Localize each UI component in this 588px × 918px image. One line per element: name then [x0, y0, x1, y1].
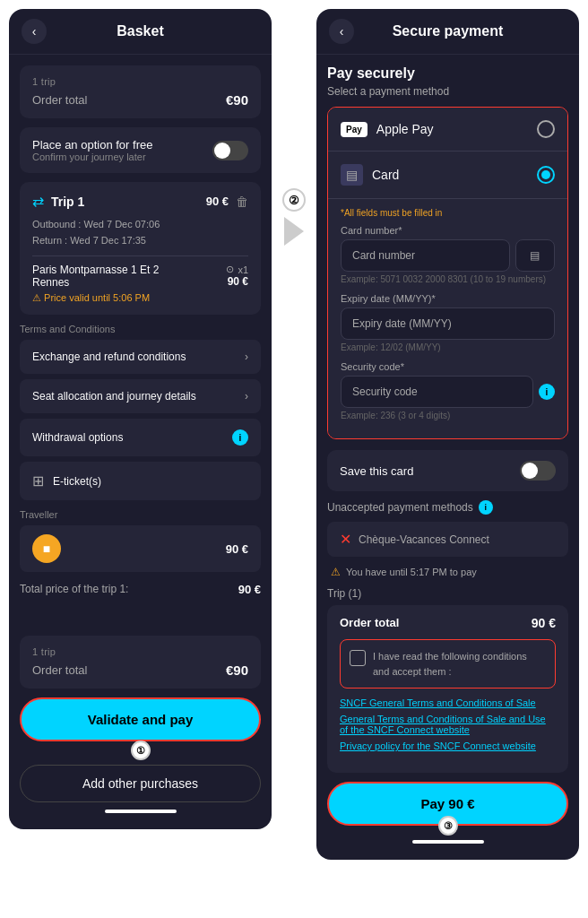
card-radio-dot: [541, 170, 550, 179]
trip-price: 90 €: [206, 195, 229, 208]
place-option-row: Place an option for free Confirm your jo…: [20, 127, 261, 173]
basket-title: Basket: [117, 23, 163, 39]
bottom-order-box: 1 trip Order total €90: [20, 636, 261, 688]
badge-3: ③: [438, 816, 458, 836]
terms-checkbox-row[interactable]: I have read the following conditions and…: [340, 639, 556, 688]
eticket-item: ⊞ E-ticket(s): [20, 462, 261, 500]
expiry-input[interactable]: Expiry date (MM/YY): [341, 307, 555, 340]
apple-pay-label: Apple Pay: [376, 122, 434, 136]
payment-content: Pay securely Select a payment method Pay…: [316, 55, 579, 860]
basket-header: ‹ Basket: [9, 9, 272, 55]
fields-note: *All fields must be filled in: [341, 208, 555, 218]
order-label: Order total: [32, 93, 87, 107]
validate-pay-button[interactable]: Validate and pay: [20, 697, 261, 741]
security-info-icon[interactable]: i: [539, 384, 555, 400]
chevron-icon-1: ›: [245, 351, 248, 363]
flow-arrow: ②: [279, 188, 309, 246]
eticket-label: E-ticket(s): [53, 475, 101, 488]
security-group: Security code* Security code i Example: …: [341, 361, 555, 420]
security-input[interactable]: Security code: [341, 376, 533, 408]
place-option-label: Place an option for free: [32, 138, 152, 152]
trip-header: ⇄ Trip 1 90 € 🗑: [32, 193, 248, 210]
bottom-order-row: Order total €90: [32, 663, 248, 678]
route-to: Rennes: [32, 276, 159, 289]
total-trip-row: Total price of the trip 1: 90 €: [20, 579, 261, 605]
badge-1: ①: [131, 740, 151, 760]
security-input-wrap: Security code: [341, 376, 533, 408]
place-option-sublabel: Confirm your journey later: [32, 152, 152, 162]
security-label: Security code*: [341, 361, 555, 372]
warning-icon: ⚠: [331, 566, 341, 578]
summary-order-label: Order total: [340, 616, 399, 630]
apple-pay-radio[interactable]: [537, 120, 555, 138]
card-radio[interactable]: [537, 166, 555, 184]
home-indicator-right: [412, 840, 484, 844]
save-card-row: Save this card: [327, 450, 568, 491]
route-price-section: ⊙x1 90 €: [226, 264, 248, 288]
add-purchases-button[interactable]: Add other purchases: [20, 765, 261, 802]
exchange-refund-label: Exchange and refund conditions: [32, 351, 245, 363]
pay-btn-wrapper: Pay 90 € ③: [327, 782, 568, 826]
unaccepted-header: Unaccepted payment methods i: [327, 500, 568, 515]
card-option[interactable]: ▤ Card: [328, 151, 567, 198]
total-trip-label: Total price of the trip 1:: [20, 583, 128, 596]
apple-pay-icon: Pay: [341, 122, 368, 137]
trash-icon[interactable]: 🗑: [236, 195, 248, 209]
cheque-item: ✕ Chèque-Vacances Connect: [327, 522, 568, 557]
chevron-icon-2: ›: [245, 390, 248, 403]
home-indicator: [105, 810, 177, 813]
order-row: Order total €90: [32, 92, 248, 108]
order-summary-box: Order total 90 € I have read the followi…: [327, 605, 568, 773]
deadline-row: ⚠ You have until 5:17 PM to pay: [327, 566, 568, 578]
exchange-refund-item[interactable]: Exchange and refund conditions ›: [20, 340, 261, 374]
terms-link-3[interactable]: Privacy policy for the SNCF Connect webs…: [340, 740, 556, 751]
expiry-group: Expiry date (MM/YY)* Expiry date (MM/YY)…: [341, 293, 555, 352]
summary-order-value: 90 €: [532, 616, 556, 630]
traveller-label: Traveller: [20, 509, 261, 520]
return-date: Return : Wed 7 Dec 17:35: [32, 233, 248, 249]
apple-pay-option[interactable]: Pay Apple Pay: [328, 108, 567, 151]
terms-link-1[interactable]: SNCF General Terms and Conditions of Sal…: [340, 697, 556, 708]
unaccepted-info-icon[interactable]: i: [479, 500, 493, 515]
route-row: Paris Montparnasse 1 Et 2 Rennes ⚠ Price…: [32, 264, 248, 304]
place-option-toggle[interactable]: [212, 141, 248, 160]
train-icon: ⇄: [32, 193, 44, 210]
seats-info: ⊙x1: [226, 264, 248, 275]
traveller-section: Traveller ■ 90 € Total price of the trip…: [20, 509, 261, 605]
traveller-price: 90 €: [226, 542, 248, 556]
trip-count-label: 1 trip: [32, 76, 248, 87]
payment-back-button[interactable]: ‹: [329, 19, 354, 44]
bottom-order-value: €90: [226, 663, 248, 678]
payment-header: ‹ Secure payment: [316, 9, 579, 55]
unaccepted-label: Unaccepted payment methods: [327, 501, 473, 514]
card-number-row: Card number ▤: [341, 239, 555, 272]
route-from: Paris Montparnasse 1 Et 2: [32, 264, 159, 276]
card-chip-icon: ▤: [515, 239, 555, 272]
cheque-icon: ✕: [340, 531, 351, 548]
payment-panel: ‹ Secure payment Pay securely Select a p…: [316, 9, 579, 860]
payment-title: Secure payment: [393, 23, 504, 39]
summary-order-row: Order total 90 €: [340, 616, 556, 630]
trip-card: ⇄ Trip 1 90 € 🗑 Outbound : Wed 7 Dec 07:…: [20, 182, 261, 315]
withdrawal-item[interactable]: Withdrawal options i: [20, 419, 261, 456]
price-valid: ⚠ Price valid until 5:06 PM: [32, 292, 159, 304]
bottom-order-label: Order total: [32, 663, 87, 677]
outbound-date: Outbound : Wed 7 Dec 07:06: [32, 217, 248, 233]
route-price: 90 €: [226, 275, 248, 288]
validate-btn-wrapper: Validate and pay ①: [20, 697, 261, 750]
place-option-text: Place an option for free Confirm your jo…: [32, 138, 152, 162]
save-card-toggle[interactable]: [520, 461, 556, 481]
seat-allocation-item[interactable]: Seat allocation and journey details ›: [20, 379, 261, 413]
card-number-label: Card number*: [341, 225, 555, 236]
arrow-icon: [284, 217, 304, 246]
trip-summary: Trip (1) Order total 90 € I have read th…: [327, 587, 568, 773]
card-number-group: Card number* Card number ▤ Example: 5071…: [341, 225, 555, 284]
terms-link-2[interactable]: General Terms and Conditions of Sale and…: [340, 714, 556, 735]
save-card-label: Save this card: [340, 464, 413, 478]
terms-checkbox[interactable]: [350, 650, 366, 666]
seat-allocation-label: Seat allocation and journey details: [32, 390, 245, 403]
back-button[interactable]: ‹: [22, 19, 47, 44]
pay-securely-label: Pay securely: [327, 65, 568, 82]
card-number-input[interactable]: Card number: [341, 239, 510, 272]
order-total-box: 1 trip Order total €90: [20, 65, 261, 118]
